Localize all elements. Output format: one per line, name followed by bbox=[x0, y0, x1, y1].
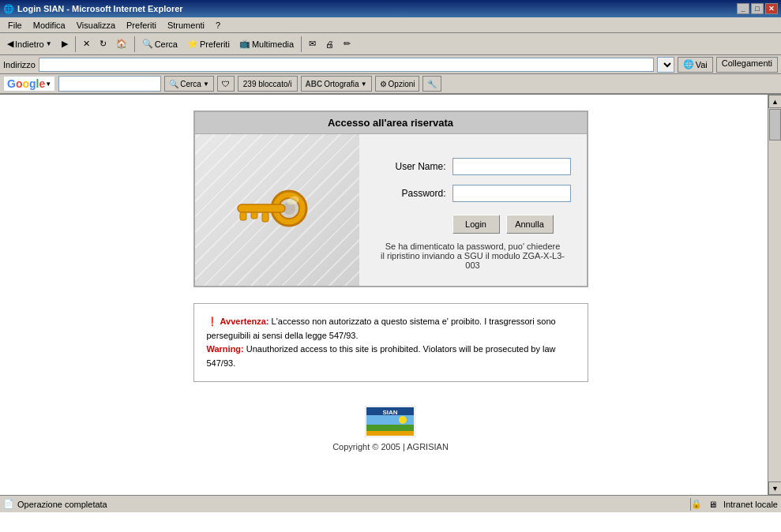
multimedia-label: Multimedia bbox=[252, 39, 294, 49]
shield-icon: 🛡 bbox=[222, 80, 230, 88]
menu-help[interactable]: ? bbox=[211, 19, 225, 32]
search-button[interactable]: 🔍 Cerca bbox=[138, 36, 182, 53]
toolbar-separator-3 bbox=[301, 36, 302, 52]
options-icon: ⚙ bbox=[380, 80, 387, 88]
forgot-line2: il ripristino inviando a SGU il modulo Z… bbox=[381, 251, 565, 270]
zone-label: Intranet locale bbox=[723, 500, 778, 509]
print-button[interactable]: 🖨 bbox=[321, 36, 338, 53]
google-logo[interactable]: Google ▼ bbox=[3, 76, 55, 92]
warning-text: ❗ Avvertenza: L'accesso non autorizzato … bbox=[207, 315, 575, 370]
refresh-button[interactable]: ↻ bbox=[96, 36, 111, 53]
scrollbar-down-button[interactable]: ▼ bbox=[768, 481, 781, 495]
multimedia-icon: 📺 bbox=[239, 39, 250, 49]
password-row: Password: bbox=[375, 185, 571, 202]
menu-file[interactable]: File bbox=[3, 19, 27, 32]
svg-rect-11 bbox=[366, 425, 414, 431]
links-button[interactable]: Collegamenti bbox=[716, 57, 778, 73]
menu-strumenti[interactable]: Strumenti bbox=[163, 19, 209, 32]
forward-icon: ▶ bbox=[62, 39, 68, 49]
options-button[interactable]: ⚙ Opzioni bbox=[375, 76, 420, 92]
warning-box: ❗ Avvertenza: L'accesso non autorizzato … bbox=[193, 303, 588, 382]
blocked-count-button[interactable]: 239 bloccato/i bbox=[238, 76, 298, 92]
spelling-button[interactable]: ABC Ortografia ▼ bbox=[301, 76, 372, 92]
page-body: Accesso all'area riservata bbox=[0, 95, 781, 467]
svg-point-14 bbox=[399, 416, 407, 424]
go-icon: 🌐 bbox=[683, 59, 694, 69]
google-search-icon: 🔍 bbox=[169, 80, 178, 88]
forgot-line1: Se ha dimenticato la password, puo' chie… bbox=[385, 242, 561, 251]
title-bar-controls: _ □ ✕ bbox=[737, 3, 778, 14]
username-label: User Name: bbox=[375, 161, 446, 172]
edit-button[interactable]: ✏ bbox=[340, 36, 355, 53]
search-icon: 🔍 bbox=[142, 39, 153, 49]
svg-text:SIAN: SIAN bbox=[383, 409, 398, 416]
google-search-input[interactable] bbox=[58, 76, 161, 92]
forgot-text: Se ha dimenticato la password, puo' chie… bbox=[375, 242, 571, 270]
scrollbar-up-button[interactable]: ▲ bbox=[768, 95, 781, 108]
close-button[interactable]: ✕ bbox=[765, 3, 778, 14]
popup-blocker-button[interactable]: 🛡 bbox=[217, 76, 235, 92]
svg-rect-12 bbox=[366, 431, 414, 436]
lock-icon: 🔒 bbox=[691, 499, 702, 509]
stop-button[interactable]: ✕ bbox=[79, 36, 94, 53]
svg-rect-5 bbox=[251, 212, 257, 219]
wrench-icon: 🔧 bbox=[427, 80, 437, 88]
minimize-button[interactable]: _ bbox=[737, 3, 749, 14]
footer-copyright: Copyright © 2005 | AGRISIAN bbox=[332, 442, 449, 451]
sian-logo: SIAN bbox=[365, 406, 415, 437]
address-label: Indirizzo bbox=[3, 60, 36, 69]
address-dropdown[interactable] bbox=[657, 57, 674, 73]
back-icon: ◀ bbox=[7, 39, 13, 49]
abc-icon: ABC bbox=[306, 80, 323, 88]
username-input[interactable] bbox=[452, 158, 571, 175]
print-icon: 🖨 bbox=[325, 39, 334, 49]
login-box: Accesso all'area riservata bbox=[193, 111, 588, 287]
svg-rect-4 bbox=[240, 212, 246, 220]
password-input[interactable] bbox=[452, 185, 571, 202]
favorites-icon: ⭐ bbox=[187, 39, 198, 49]
svg-rect-6 bbox=[262, 212, 268, 222]
toolbar: ◀ Indietro ▼ ▶ ✕ ↻ 🏠 🔍 Cerca ⭐ Preferiti… bbox=[0, 33, 781, 55]
scrollbar-thumb[interactable] bbox=[769, 109, 781, 140]
cancel-button[interactable]: Annulla bbox=[506, 215, 554, 234]
key-icon bbox=[226, 178, 329, 242]
maximize-button[interactable]: □ bbox=[751, 3, 764, 14]
window-icon: 🌐 bbox=[3, 4, 14, 14]
google-search-label: Cerca bbox=[180, 80, 201, 88]
menu-bar: File Modifica Visualizza Preferiti Strum… bbox=[0, 17, 781, 33]
address-bar: Indirizzo 🌐 Vai Collegamenti bbox=[0, 55, 781, 74]
menu-modifica[interactable]: Modifica bbox=[28, 19, 70, 32]
favorites-button[interactable]: ⭐ Preferiti bbox=[183, 36, 234, 53]
search-label: Cerca bbox=[155, 39, 178, 49]
title-bar-left: 🌐 Login SIAN - Microsoft Internet Explor… bbox=[3, 4, 183, 14]
edit-icon: ✏ bbox=[344, 39, 351, 49]
back-button[interactable]: ◀ Indietro ▼ bbox=[3, 36, 56, 53]
stop-icon: ✕ bbox=[83, 39, 90, 49]
toolbar-separator-1 bbox=[75, 36, 76, 52]
status-bar: 📄 Operazione completata 🔒 🖥 Intranet loc… bbox=[0, 495, 781, 512]
scrollbar-track[interactable]: ▲ ▼ bbox=[768, 95, 781, 495]
login-button[interactable]: Login bbox=[452, 215, 500, 234]
home-icon: 🏠 bbox=[116, 39, 127, 49]
multimedia-button[interactable]: 📺 Multimedia bbox=[235, 36, 298, 53]
settings-wrench-button[interactable]: 🔧 bbox=[422, 76, 441, 92]
go-button[interactable]: 🌐 Vai bbox=[678, 57, 713, 73]
menu-visualizza[interactable]: Visualizza bbox=[72, 19, 120, 32]
status-left: 📄 Operazione completata bbox=[3, 499, 690, 509]
google-toolbar: Google ▼ 🔍 Cerca ▼ 🛡 239 bloccato/i ABC … bbox=[0, 74, 781, 95]
mail-button[interactable]: ✉ bbox=[305, 36, 320, 53]
form-buttons: Login Annulla bbox=[375, 215, 554, 234]
svg-rect-3 bbox=[238, 204, 285, 212]
main-content: Accesso all'area riservata bbox=[0, 95, 781, 495]
favorites-label: Preferiti bbox=[200, 39, 230, 49]
home-button[interactable]: 🏠 bbox=[112, 36, 131, 53]
address-input[interactable] bbox=[39, 58, 654, 72]
menu-preferiti[interactable]: Preferiti bbox=[122, 19, 161, 32]
exclamation-icon: ❗ bbox=[207, 317, 218, 326]
page-footer: SIAN Copyright © 2005 | AGRISIAN bbox=[332, 406, 449, 451]
forward-button[interactable]: ▶ bbox=[58, 36, 72, 53]
google-search-button[interactable]: 🔍 Cerca ▼ bbox=[164, 76, 214, 92]
status-text: Operazione completata bbox=[17, 500, 107, 509]
username-row: User Name: bbox=[375, 158, 571, 175]
login-title: Accesso all'area riservata bbox=[195, 112, 587, 134]
